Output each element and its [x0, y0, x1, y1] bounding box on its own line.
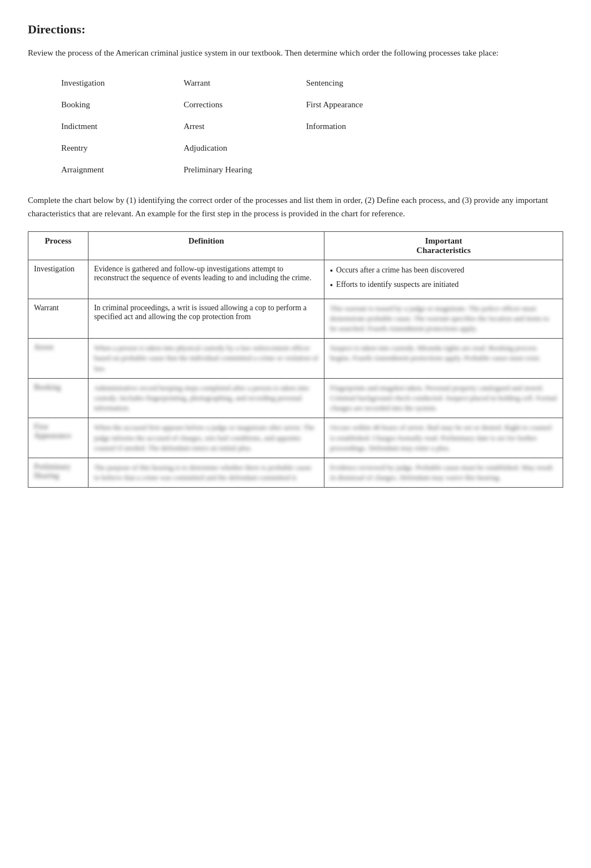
- term-first-appearance: First Appearance: [306, 97, 429, 113]
- term-indictment: Indictment: [61, 118, 184, 135]
- term-preliminary-hearing: Preliminary Hearing: [184, 162, 306, 178]
- table-row-preliminary-hearing: Preliminary Hearing The purpose of this …: [28, 458, 563, 487]
- terms-grid: Investigation Warrant Sentencing Booking…: [61, 75, 563, 178]
- process-first-appearance: First Appearance: [28, 418, 88, 458]
- characteristics-investigation: Occurs after a crime has been discovered…: [324, 260, 563, 299]
- definition-preliminary-hearing: The purpose of this hearing is to determ…: [88, 458, 324, 487]
- term-information: Information: [306, 118, 429, 135]
- process-arrest: Arrest: [28, 339, 88, 379]
- table-row-investigation: Investigation Evidence is gathered and f…: [28, 260, 563, 299]
- table-row-booking: Booking Administrative record keeping st…: [28, 378, 563, 418]
- characteristics-warrant: This warrant is issued by a judge or mag…: [324, 299, 563, 339]
- term-corrections: Corrections: [184, 97, 306, 113]
- characteristics-preliminary-hearing: Evidence reviewed by judge. Probable cau…: [324, 458, 563, 487]
- characteristics-arrest: Suspect is taken into custody. Miranda r…: [324, 339, 563, 379]
- complete-instructions: Complete the chart below by (1) identify…: [28, 194, 563, 220]
- term-adjudication: Adjudication: [184, 140, 306, 156]
- table-row-arrest: Arrest When a person is taken into physi…: [28, 339, 563, 379]
- term-reentry: Reentry: [61, 140, 184, 156]
- chart-table: Process Definition ImportantCharacterist…: [28, 231, 563, 488]
- definition-booking: Administrative record keeping steps comp…: [88, 378, 324, 418]
- process-investigation: Investigation: [28, 260, 88, 299]
- table-row-warrant: Warrant In criminal proceedings, a writ …: [28, 299, 563, 339]
- term-sentencing: Sentencing: [306, 75, 429, 91]
- term-booking: Booking: [61, 97, 184, 113]
- term-arrest: Arrest: [184, 118, 306, 135]
- col-header-process: Process: [28, 231, 88, 260]
- term-investigation: Investigation: [61, 75, 184, 91]
- table-row-first-appearance: First Appearance When the accused first …: [28, 418, 563, 458]
- definition-warrant: In criminal proceedings, a writ is issue…: [88, 299, 324, 339]
- process-preliminary-hearing: Preliminary Hearing: [28, 458, 88, 487]
- term-warrant: Warrant: [184, 75, 306, 91]
- col-header-definition: Definition: [88, 231, 324, 260]
- process-warrant: Warrant: [28, 299, 88, 339]
- definition-arrest: When a person is taken into physical cus…: [88, 339, 324, 379]
- term-empty-1: [306, 140, 429, 156]
- term-arraignment: Arraignment: [61, 162, 184, 178]
- process-booking: Booking: [28, 378, 88, 418]
- intro-text: Review the process of the American crimi…: [28, 47, 563, 59]
- page-title: Directions:: [28, 22, 563, 37]
- characteristics-booking: Fingerprints and mugshot taken. Personal…: [324, 378, 563, 418]
- definition-first-appearance: When the accused first appears before a …: [88, 418, 324, 458]
- characteristics-first-appearance: Occurs within 48 hours of arrest. Bail m…: [324, 418, 563, 458]
- definition-investigation: Evidence is gathered and follow-up inves…: [88, 260, 324, 299]
- term-empty-2: [306, 162, 429, 178]
- col-header-characteristics: ImportantCharacteristics: [324, 231, 563, 260]
